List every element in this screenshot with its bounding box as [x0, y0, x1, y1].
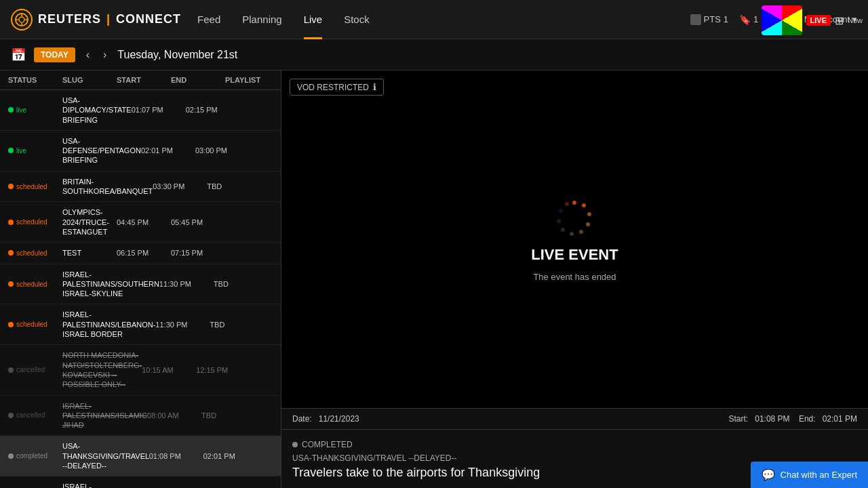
status-cell: scheduled: [8, 249, 62, 257]
completed-label: COMPLETED: [302, 440, 353, 449]
live-event-center: LIVE EVENT The event has ended: [531, 197, 618, 282]
end-info-value: 02:01 PM: [823, 414, 857, 424]
end-time: 02:15 PM: [186, 106, 240, 114]
table-row[interactable]: completed ISRAEL-PALESTINIANS/ARMY BRIEF…: [0, 476, 281, 488]
svg-point-14: [559, 209, 563, 213]
end-time: 03:00 PM: [195, 146, 250, 155]
status-dot-icon: [8, 367, 14, 373]
live-event-title: LIVE EVENT: [531, 246, 618, 264]
slug-text: USA-THANKSGIVING/TRAVEL --DELAYED--: [62, 441, 149, 470]
svg-point-6: [572, 201, 576, 205]
chat-with-expert-button[interactable]: 💬 Chat with an Expert: [751, 462, 868, 488]
col-end: END: [171, 76, 225, 84]
status-label: scheduled: [16, 218, 47, 226]
table-row[interactable]: cancelled ISRAEL-PALESTINIANS/ISLAMIC JI…: [0, 396, 281, 436]
end-time: 07:15 PM: [171, 249, 225, 257]
time-info: Start: 01:08 PM End: 02:01 PM: [729, 414, 858, 424]
start-time: 01:08 PM: [149, 452, 203, 460]
col-playlist: PLAYLIST: [225, 76, 273, 84]
status-dot-icon: [8, 250, 14, 256]
svg-point-15: [565, 202, 569, 206]
start-time: 03:30 PM: [153, 182, 207, 190]
start-info-value: 01:08 PM: [755, 414, 789, 424]
status-cell: scheduled: [8, 218, 62, 226]
table-row[interactable]: scheduled TEST 06:15 PM 07:15 PM: [0, 243, 281, 264]
vod-restricted-label: VOD RESTRICTED: [297, 83, 369, 92]
end-time: 05:45 PM: [171, 218, 225, 226]
start-time: 10:15 AM: [142, 366, 196, 374]
col-slug: SLUG: [62, 76, 117, 84]
status-label: completed: [16, 452, 47, 460]
nav-planning[interactable]: Planning: [242, 11, 281, 28]
top-nav: REUTERS | CONNECT Feed Planning Live Sto…: [0, 0, 868, 39]
status-label: scheduled: [16, 321, 47, 328]
status-cell: live: [8, 147, 62, 155]
end-time: TBD: [207, 182, 261, 190]
status-cell: scheduled: [8, 281, 62, 288]
status-dot-icon: [8, 453, 14, 459]
start-info-label: Start:: [729, 414, 749, 424]
slug-text: BRITAIN-SOUTHKOREA/BANQUET: [62, 177, 153, 197]
table-row[interactable]: scheduled OLYMPICS-2024/TRUCE-ESTANGUET …: [0, 202, 281, 243]
video-area: VOD RESTRICTED ℹ LIVE EVENT: [281, 70, 868, 408]
pts-badge: PTS 1: [690, 14, 729, 25]
today-button[interactable]: TODAY: [34, 47, 75, 62]
svg-point-10: [579, 230, 583, 234]
status-label: cancelled: [16, 366, 45, 373]
table-row[interactable]: scheduled ISRAEL-PALESTINIANS/LEBANON-IS…: [0, 304, 281, 345]
status-label: cancelled: [16, 411, 45, 419]
slug-text: ISRAEL-PALESTINIANS/ISLAMIC JIHAD: [62, 401, 147, 430]
svg-point-12: [561, 228, 565, 232]
status-dot-icon: [8, 148, 14, 153]
status-dot-icon: [8, 413, 14, 418]
table-row[interactable]: completed USA-THANKSGIVING/TRAVEL --DELA…: [0, 436, 281, 476]
nav-live[interactable]: Live: [304, 11, 323, 28]
slug-text: USA-DEFENSE/PENTAGON BRIEFING: [62, 136, 141, 165]
now-label: Now: [848, 16, 863, 24]
table-row[interactable]: scheduled ISRAEL-PALESTINIANS/SOUTHERN I…: [0, 264, 281, 305]
nav-stock[interactable]: Stock: [344, 11, 370, 28]
status-label: scheduled: [16, 249, 47, 257]
date-info-label: Date:: [292, 414, 312, 424]
end-time: 12:15 PM: [196, 366, 250, 374]
status-dot-icon: [8, 281, 14, 287]
status-label: live: [16, 106, 26, 114]
logo-area: REUTERS | CONNECT: [11, 9, 181, 30]
date-info: Date: 11/21/2023: [292, 414, 359, 424]
status-label: scheduled: [16, 281, 47, 288]
main-content: STATUS SLUG START END PLAYLIST live USA-…: [0, 70, 868, 488]
status-cell: completed: [8, 452, 62, 460]
end-time: TBD: [201, 411, 256, 420]
table-row[interactable]: live USA-DEFENSE/PENTAGON BRIEFING 02:01…: [0, 131, 281, 171]
info-bar: Date: 11/21/2023 Start: 01:08 PM End: 02…: [281, 408, 868, 429]
status-cell: scheduled: [8, 321, 62, 328]
svg-point-11: [570, 232, 574, 236]
table-row[interactable]: scheduled BRITAIN-SOUTHKOREA/BANQUET 03:…: [0, 171, 281, 203]
nav-feed[interactable]: Feed: [197, 11, 220, 28]
status-dot-icon: [8, 184, 14, 189]
live-badge: LIVE: [806, 15, 831, 26]
status-cell: scheduled: [8, 183, 62, 190]
status-cell: cancelled: [8, 411, 62, 419]
start-time: 08:00 AM: [147, 411, 201, 420]
prev-day-button[interactable]: ‹: [83, 49, 92, 61]
end-time: TBD: [210, 321, 264, 329]
completed-dot-icon: [292, 442, 298, 447]
status-dot-icon: [8, 107, 14, 113]
calendar-icon[interactable]: 📅: [11, 47, 26, 62]
start-time: 06:15 PM: [117, 249, 171, 257]
status-cell: live: [8, 106, 62, 114]
bookmark-icon: 🔖: [739, 14, 751, 25]
live-spinner-icon: [554, 197, 595, 238]
status-dot-icon: [8, 322, 14, 327]
start-time: 02:01 PM: [141, 146, 195, 155]
table-row[interactable]: live USA-DIPLOMACY/STATE BRIEFING 01:07 …: [0, 90, 281, 131]
table-row[interactable]: cancelled NORTH MACEDONIA-NATO/STOLTENBE…: [0, 345, 281, 395]
end-time: 02:01 PM: [203, 452, 258, 460]
live-event-sub: The event has ended: [533, 272, 616, 282]
start-time: 04:45 PM: [117, 218, 171, 226]
live-thumbnail: [762, 5, 802, 35]
slug-text: USA-DIPLOMACY/STATE BRIEFING: [62, 96, 132, 125]
status-dot-icon: [8, 220, 14, 225]
next-day-button[interactable]: ›: [100, 49, 109, 61]
